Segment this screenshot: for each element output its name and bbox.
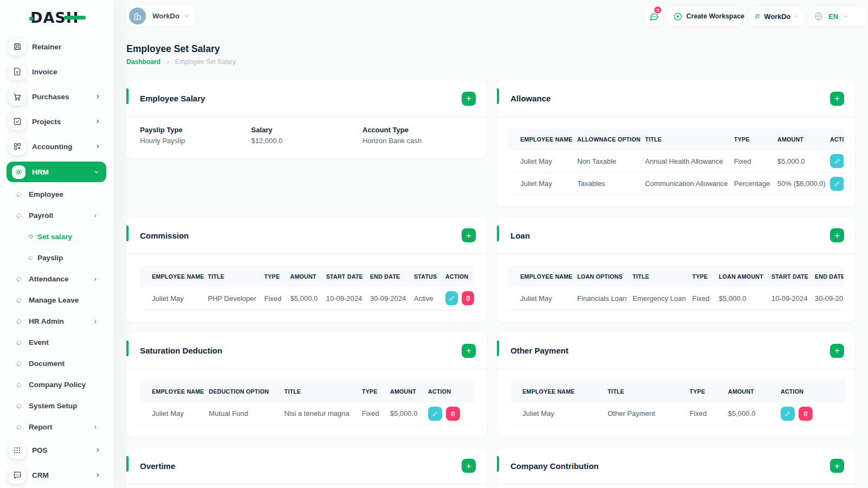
chevron-right-icon	[93, 277, 98, 281]
employee-salary-card: Employee Salary + Payslip Type Hourly Pa…	[126, 80, 487, 158]
card-accent-bar	[126, 88, 129, 104]
language-code: EN	[828, 12, 838, 21]
brand-logo[interactable]: DASH	[30, 9, 79, 26]
grid-plus-icon	[755, 12, 761, 21]
pos-icon	[9, 442, 25, 459]
delete-button[interactable]	[799, 407, 813, 421]
bullet-icon	[16, 424, 22, 430]
app-switcher-button[interactable]: WorkDo	[749, 7, 804, 25]
delete-button[interactable]	[446, 407, 460, 421]
table-header-row: EMPLOYEE NAME TITLE TYPE AMOUNT ACTION	[510, 381, 846, 402]
bullet-icon	[16, 339, 22, 345]
bullet-icon	[16, 403, 22, 409]
sidebar-item-manage-leave[interactable]: Manage Leave	[0, 290, 114, 311]
sidebar-item-report[interactable]: Report	[0, 416, 114, 438]
field-label: Payslip Type	[140, 126, 251, 134]
sidebar-item-employee[interactable]: Employee	[0, 184, 114, 205]
edit-button[interactable]	[830, 154, 844, 168]
chevron-right-icon	[165, 60, 170, 65]
language-selector[interactable]: EN	[808, 7, 867, 25]
delete-button[interactable]	[462, 291, 474, 305]
sidebar-item-set-salary[interactable]: Set salary	[0, 226, 114, 247]
chevron-right-icon	[93, 213, 98, 218]
commission-add-button[interactable]: +	[462, 228, 476, 242]
company-contribution-title: Company Contribution	[510, 461, 598, 471]
breadcrumb-home-link[interactable]: Dashboard	[126, 58, 161, 66]
hrm-icon	[12, 165, 25, 179]
sidebar-item-accounting[interactable]: Accounting	[0, 134, 114, 159]
card-accent-bar	[126, 456, 129, 472]
card-accent-bar	[126, 341, 129, 356]
sidebar-item-event[interactable]: Event	[0, 332, 114, 353]
app-switcher-label: WorkDo	[764, 12, 791, 21]
bullet-icon	[16, 213, 22, 219]
sidebar-item-hr-admin[interactable]: HR Admin	[0, 311, 114, 332]
sidebar-item-projects[interactable]: Projects	[0, 109, 114, 134]
workspace-name: WorkDo	[152, 12, 180, 20]
sidebar-item-purchases[interactable]: Purchases	[0, 84, 114, 109]
company-contribution-add-button[interactable]: +	[830, 459, 844, 473]
sidebar-item-crm[interactable]: CRM	[0, 463, 114, 487]
card-accent-bar	[497, 88, 499, 104]
loan-title: Loan	[510, 231, 530, 240]
bullet-icon	[16, 297, 22, 303]
overtime-add-button[interactable]: +	[462, 459, 476, 473]
allowance-card: Allowance + EMPLOYEE NAME ALLOWNACE OPTI…	[497, 80, 855, 207]
chevron-down-icon	[184, 13, 189, 18]
table-header-row: EMPLOYEE NAME ALLOWNACE OPTION TITLE TYP…	[508, 129, 844, 150]
messages-button[interactable]: 0	[644, 7, 663, 25]
sidebar-item-payslip[interactable]: Payslip	[0, 247, 114, 268]
create-workspace-button[interactable]: Create Workspace	[667, 7, 742, 25]
sidebar-item-attendance[interactable]: Attendance	[0, 268, 114, 290]
messages-badge: 0	[654, 7, 661, 14]
table-row: Juliet May Mutual Fund Nisi a tenetur ma…	[140, 402, 474, 425]
chevron-down-icon	[843, 14, 848, 19]
field-value: Horizon Bank cash	[362, 137, 422, 145]
chevron-right-icon	[95, 472, 100, 478]
sidebar-item-retainer[interactable]: Retainer	[0, 34, 114, 59]
table-row: Juliet May Other Payment Fixed $5,000.0	[510, 402, 846, 425]
card-accent-bar	[126, 226, 129, 241]
commission-title: Commission	[140, 231, 189, 240]
edit-button[interactable]	[781, 407, 795, 421]
table-header-row: EMPLOYEE NAME TITLE TYPE AMOUNT START DA…	[140, 266, 474, 287]
chevron-down-icon	[94, 169, 99, 175]
loan-add-button[interactable]: +	[830, 228, 844, 242]
saturation-deduction-add-button[interactable]: +	[462, 344, 476, 358]
edit-button[interactable]	[445, 291, 458, 305]
edit-button[interactable]	[830, 177, 844, 191]
workspace-switcher[interactable]: WorkDo	[126, 5, 195, 26]
saturation-deduction-title: Saturation Deduction	[140, 346, 222, 355]
globe-icon	[814, 11, 824, 21]
field-value: $12,000.0	[251, 137, 362, 145]
retainer-icon	[9, 38, 25, 55]
card-accent-bar	[497, 341, 499, 356]
workspace-avatar	[129, 8, 146, 24]
employee-salary-add-button[interactable]: +	[462, 92, 476, 106]
bullet-icon	[16, 361, 22, 367]
sidebar-item-system-setup[interactable]: System Setup	[0, 395, 114, 416]
table-row: Juliet May PHP Developer Fixed $5,000.0 …	[140, 287, 474, 310]
edit-button[interactable]	[428, 407, 442, 421]
crm-icon	[9, 467, 25, 484]
breadcrumb-current: Employee Set Salary	[175, 58, 236, 66]
chevron-right-icon	[95, 144, 100, 149]
allowance-add-button[interactable]: +	[830, 92, 844, 106]
table-row: Juliet May Taxables Communication Allowa…	[508, 172, 844, 195]
projects-icon	[9, 113, 25, 130]
sidebar-item-invoice[interactable]: Invoice	[0, 59, 114, 84]
table-row: Juliet May Non Taxable Annual Health All…	[508, 150, 844, 172]
sidebar-item-pos[interactable]: POS	[0, 438, 114, 463]
chevron-right-icon	[93, 425, 98, 429]
sidebar-nav: Retainer Invoice Purchases Projects Acco…	[0, 34, 114, 487]
sidebar-item-document[interactable]: Document	[0, 353, 114, 374]
logo-dot-accent	[29, 17, 33, 21]
field-label: Account Type	[362, 126, 422, 134]
sidebar-item-company-policy[interactable]: Company Policy	[0, 374, 114, 395]
sidebar-item-hrm[interactable]: HRM	[0, 159, 114, 184]
other-payment-add-button[interactable]: +	[830, 344, 844, 358]
bullet-icon	[28, 255, 34, 261]
sidebar-item-payroll[interactable]: Payroll	[0, 205, 114, 226]
table-header-row: EMPLOYEE NAME LOAN OPTIONS TITLE TYPE LO…	[508, 266, 844, 287]
invoice-icon	[9, 63, 25, 80]
